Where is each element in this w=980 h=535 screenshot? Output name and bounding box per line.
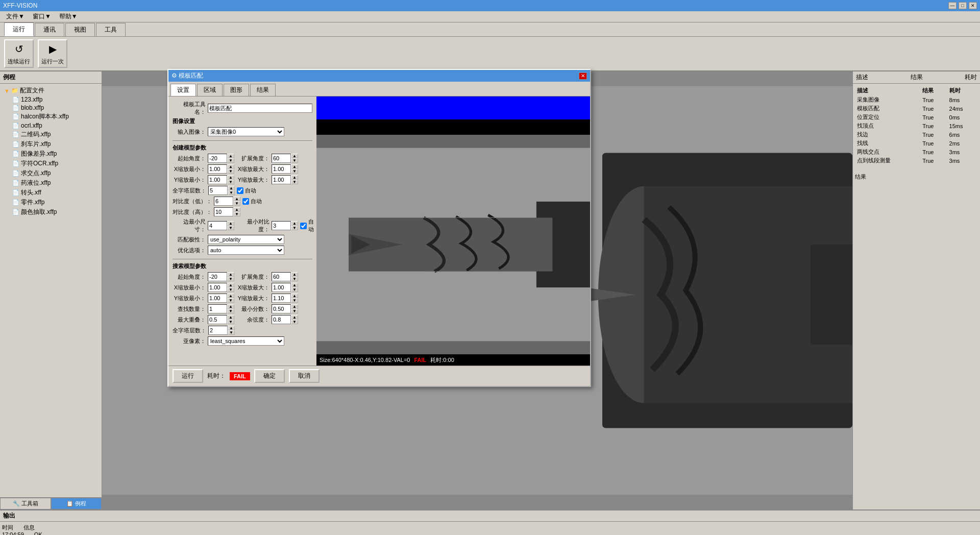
- sxsmax-up[interactable]: ▲: [291, 283, 298, 287]
- search-expand-input[interactable]: [272, 272, 291, 281]
- xsmin-up[interactable]: ▲: [227, 164, 234, 169]
- chigh-up[interactable]: ▲: [233, 207, 240, 212]
- min-contrast-input[interactable]: [272, 221, 291, 230]
- search-ysmin-input[interactable]: [208, 294, 227, 303]
- x-scale-max-group: ▲ ▼: [272, 164, 298, 174]
- modal-tab-settings[interactable]: 设置: [170, 84, 196, 96]
- search-ysmax-input[interactable]: [272, 294, 291, 303]
- modal-close-button[interactable]: ✕: [579, 72, 587, 80]
- sysmin-up[interactable]: ▲: [227, 294, 234, 298]
- contrast-low-input[interactable]: [214, 197, 233, 206]
- modal-image-black-bar: [316, 119, 590, 135]
- start-angle-label: 起始角度：: [173, 155, 206, 162]
- search-xsmin-input[interactable]: [208, 283, 227, 292]
- polarity-select[interactable]: use_polarity ignore_global_polarity igno…: [208, 235, 284, 244]
- modal-tab-results[interactable]: 结果: [250, 84, 276, 96]
- edge-up[interactable]: ▲: [227, 221, 234, 226]
- max-overlap-input[interactable]: [208, 315, 227, 324]
- modal-tab-region[interactable]: 区域: [197, 84, 223, 96]
- contrast-high-input[interactable]: [214, 207, 233, 216]
- auto-1-text: 自动: [245, 187, 256, 194]
- fc-up[interactable]: ▲: [227, 304, 234, 309]
- mc-down[interactable]: ▼: [291, 226, 298, 230]
- edge-size-input[interactable]: [208, 221, 227, 230]
- mo-down[interactable]: ▼: [227, 320, 234, 324]
- optimize-select[interactable]: auto none point_reduction_high: [208, 246, 284, 255]
- xsmax-down[interactable]: ▼: [291, 169, 298, 174]
- fc-down[interactable]: ▼: [227, 309, 234, 313]
- sysmin-down[interactable]: ▼: [227, 298, 234, 303]
- pyr-up[interactable]: ▲: [228, 186, 235, 190]
- edge-down[interactable]: ▼: [227, 226, 234, 230]
- xsmin-down[interactable]: ▼: [227, 169, 234, 174]
- expand-angle-input[interactable]: [272, 154, 291, 163]
- ysmax-down[interactable]: ▼: [291, 180, 298, 184]
- auto-checkbox-2-label: 自动: [242, 198, 262, 205]
- pyramid-input[interactable]: [208, 186, 228, 195]
- expand-angle-down[interactable]: ▼: [291, 158, 298, 163]
- auto-2-text: 自动: [251, 198, 262, 205]
- pyramid2-input[interactable]: [208, 326, 228, 335]
- auto-checkbox-3[interactable]: [300, 223, 307, 229]
- x-scale-min-input[interactable]: [208, 164, 227, 174]
- modal-dialog: ⚙ 模板匹配 ✕ 设置 区域 图形 结果 模板工具名： 图像设置: [167, 69, 591, 387]
- expand-angle-up[interactable]: ▲: [291, 154, 298, 158]
- xsmax-up[interactable]: ▲: [291, 164, 298, 169]
- sxsmax-down[interactable]: ▼: [291, 287, 298, 292]
- x-scale-max-input[interactable]: [272, 164, 291, 174]
- ok-button[interactable]: 确定: [254, 369, 285, 383]
- ysmax-up[interactable]: ▲: [291, 175, 298, 180]
- search-start-angle-group: ▲ ▼: [208, 272, 234, 281]
- ysmin-up[interactable]: ▲: [227, 175, 234, 180]
- ms-down[interactable]: ▼: [291, 309, 298, 313]
- find-count-input[interactable]: [208, 304, 227, 313]
- input-image-select[interactable]: 采集图像0: [208, 127, 284, 136]
- ysmin-down[interactable]: ▼: [227, 180, 234, 184]
- run-button[interactable]: 运行: [173, 369, 203, 383]
- sea-spinner: ▲ ▼: [291, 272, 298, 281]
- mo-up[interactable]: ▲: [227, 315, 234, 320]
- min-score-input[interactable]: [272, 304, 291, 313]
- pyr2-spinner: ▲ ▼: [228, 326, 235, 335]
- separator-1: [173, 140, 312, 141]
- clow-up[interactable]: ▲: [233, 197, 240, 201]
- template-name-input[interactable]: [208, 104, 312, 113]
- ssa-up[interactable]: ▲: [227, 272, 234, 277]
- mc-up[interactable]: ▲: [291, 221, 298, 226]
- sp-up[interactable]: ▲: [291, 315, 298, 320]
- chigh-down[interactable]: ▼: [233, 212, 240, 216]
- sysmax-up[interactable]: ▲: [291, 294, 298, 298]
- template-name-row: 模板工具名：: [173, 101, 312, 116]
- sysmax-down[interactable]: ▼: [291, 298, 298, 303]
- search-start-angle-input[interactable]: [208, 272, 227, 281]
- search-xsmax-input[interactable]: [272, 283, 291, 292]
- y-scale-min-input[interactable]: [208, 175, 227, 184]
- start-angle-input[interactable]: [208, 154, 227, 163]
- start-angle-up[interactable]: ▲: [227, 154, 234, 158]
- sea-up[interactable]: ▲: [291, 272, 298, 277]
- start-angle-down[interactable]: ▼: [227, 158, 234, 163]
- spare-label: 余弦度：: [236, 316, 270, 324]
- sxsmin-down[interactable]: ▼: [227, 287, 234, 292]
- y-scale-max-input[interactable]: [272, 175, 291, 184]
- pyr2-down[interactable]: ▼: [228, 330, 235, 335]
- cancel-button[interactable]: 取消: [289, 369, 320, 383]
- pyr-down[interactable]: ▼: [228, 190, 235, 195]
- modal-tab-graphics[interactable]: 图形: [224, 84, 249, 96]
- sea-down[interactable]: ▼: [291, 277, 298, 281]
- auto-checkbox-2[interactable]: [242, 198, 249, 205]
- pyr2-up[interactable]: ▲: [228, 326, 235, 330]
- contrast-high-group: ▲ ▼: [214, 207, 240, 216]
- y-scale-row: Y缩放最小： ▲ ▼ Y缩放最大： ▲: [173, 175, 312, 184]
- clow-down[interactable]: ▼: [233, 201, 240, 206]
- contrast-high-spinner: ▲ ▼: [233, 207, 240, 216]
- ms-spinner: ▲ ▼: [291, 304, 298, 313]
- ms-up[interactable]: ▲: [291, 304, 298, 309]
- subpixel-select[interactable]: least_squares none interpolation: [208, 336, 284, 346]
- modal-form: 模板工具名： 图像设置 输入图像： 采集图像0 创建模型参: [168, 96, 316, 366]
- sxsmin-up[interactable]: ▲: [227, 283, 234, 287]
- spare-input[interactable]: [272, 315, 291, 324]
- sp-down[interactable]: ▼: [291, 320, 298, 324]
- ssa-down[interactable]: ▼: [227, 277, 234, 281]
- auto-checkbox-1[interactable]: [237, 187, 243, 194]
